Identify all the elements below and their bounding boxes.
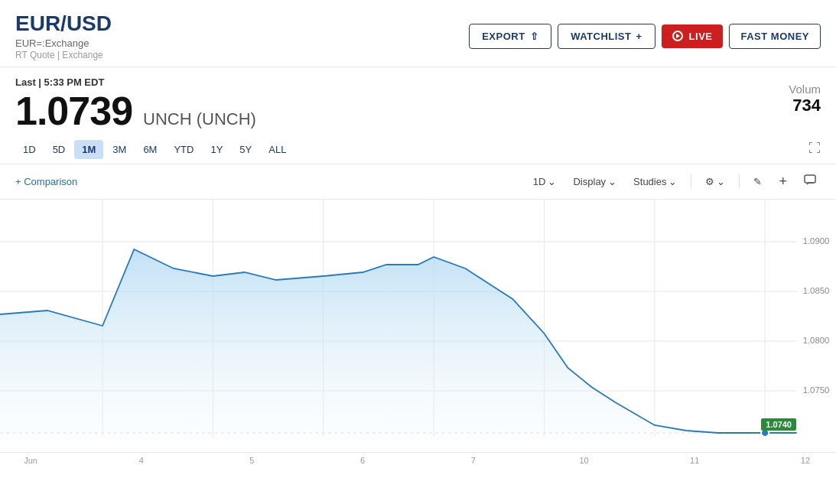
export-button[interactable]: EXPORT ⇧ <box>469 24 551 49</box>
ticker-exchange: EUR=:Exchange <box>15 37 112 49</box>
studies-selector[interactable]: Studies ⌄ <box>629 173 681 190</box>
live-price-value: 1.0740 <box>766 420 792 429</box>
display-label: Display <box>573 176 606 187</box>
toolbar-separator-1 <box>691 174 691 188</box>
price-label: Last | 5:33 PM EDT <box>15 76 256 88</box>
time-btn-ytd[interactable]: YTD <box>166 140 201 159</box>
svg-text:1.0900: 1.0900 <box>803 236 830 245</box>
watchlist-plus-icon: + <box>636 31 642 42</box>
ticker-symbol: EUR/USD <box>15 12 112 36</box>
time-range-bar: 1D 5D 1M 3M 6M YTD 1Y 5Y ALL <box>0 135 836 164</box>
price-left: Last | 5:33 PM EDT 1.0739 UNCH (UNCH) <box>15 76 256 131</box>
time-btn-1y[interactable]: 1Y <box>203 140 230 159</box>
price-number: 1.0739 <box>15 91 132 131</box>
top-bar: EUR/USD EUR=:Exchange RT Quote | Exchang… <box>0 0 836 67</box>
svg-rect-0 <box>805 175 815 183</box>
svg-text:1.0750: 1.0750 <box>803 385 830 395</box>
x-label-7: 7 <box>458 456 489 465</box>
price-change: UNCH (UNCH) <box>143 109 256 129</box>
chart-toolbar: + Comparison 1D ⌄ Display ⌄ Studies ⌄ ⚙ … <box>0 164 836 200</box>
live-label: LIVE <box>689 31 713 42</box>
pencil-button[interactable]: ✎ <box>749 173 766 190</box>
comparison-button[interactable]: + Comparison <box>15 176 77 187</box>
time-btn-all[interactable]: ALL <box>261 140 294 159</box>
time-btn-3m[interactable]: 3M <box>105 140 134 159</box>
fast-money-label: FAST MONEY <box>740 31 809 42</box>
pencil-icon: ✎ <box>753 176 762 187</box>
gear-chevron: ⌄ <box>717 176 725 187</box>
fast-money-button[interactable]: FAST MONEY <box>729 24 821 49</box>
time-btn-1m[interactable]: 1M <box>74 140 103 159</box>
volume-label: Volum <box>789 83 821 96</box>
chart-toolbar-right: 1D ⌄ Display ⌄ Studies ⌄ ⚙ ⌄ ✎ + <box>529 171 821 193</box>
x-label-6: 6 <box>347 456 378 465</box>
comment-button[interactable] <box>799 171 821 192</box>
interval-chevron: ⌄ <box>548 176 556 187</box>
studies-chevron: ⌄ <box>668 176 677 187</box>
time-btn-6m[interactable]: 6M <box>135 140 164 159</box>
watchlist-button[interactable]: WATCHLIST + <box>558 24 655 49</box>
top-buttons: EXPORT ⇧ WATCHLIST + LIVE FAST MONEY <box>469 24 821 49</box>
ticker-quote-type: RT Quote | Exchange <box>15 50 112 60</box>
interval-selector[interactable]: 1D ⌄ <box>529 173 561 190</box>
live-price-tag: 1.0740 <box>761 418 796 431</box>
settings-button[interactable]: ⚙ ⌄ <box>701 173 730 190</box>
ticker-info: EUR/USD EUR=:Exchange RT Quote | Exchang… <box>15 12 112 60</box>
volume-value: 734 <box>789 96 821 115</box>
x-label-10: 10 <box>569 456 600 465</box>
chart-x-axis: Jun 4 5 6 7 10 11 12 <box>0 452 836 468</box>
price-section: Last | 5:33 PM EDT 1.0739 UNCH (UNCH) Vo… <box>0 67 836 135</box>
chart-area: 1.0900 1.0850 1.0800 1.0750 1.0740 <box>0 200 836 452</box>
live-play-icon <box>672 31 683 41</box>
gear-icon: ⚙ <box>705 176 714 187</box>
live-button[interactable]: LIVE <box>662 24 724 48</box>
fullscreen-icon[interactable] <box>808 141 821 157</box>
plus-icon: + <box>779 174 787 190</box>
studies-label: Studies <box>633 176 666 187</box>
time-btn-5y[interactable]: 5Y <box>232 140 259 159</box>
price-value-row: 1.0739 UNCH (UNCH) <box>15 91 256 131</box>
toolbar-separator-2 <box>739 174 740 188</box>
price-right: Volum 734 <box>789 76 821 115</box>
watchlist-label: WATCHLIST <box>571 31 631 42</box>
comment-icon <box>804 174 816 189</box>
export-label: EXPORT <box>482 31 525 42</box>
x-label-12: 12 <box>790 456 821 465</box>
interval-label: 1D <box>533 176 546 187</box>
time-btn-5d[interactable]: 5D <box>45 140 73 159</box>
export-icon: ⇧ <box>530 31 539 42</box>
svg-text:1.0800: 1.0800 <box>803 336 830 345</box>
add-button[interactable]: + <box>774 171 792 193</box>
display-selector[interactable]: Display ⌄ <box>568 173 621 190</box>
chart-svg: 1.0900 1.0850 1.0800 1.0750 <box>0 200 836 452</box>
display-chevron: ⌄ <box>608 176 616 187</box>
x-label-11: 11 <box>679 456 710 465</box>
x-label-jun: Jun <box>15 456 46 465</box>
comparison-label: + Comparison <box>15 176 77 187</box>
x-label-5: 5 <box>236 456 267 465</box>
svg-text:1.0850: 1.0850 <box>803 286 830 295</box>
x-label-4: 4 <box>126 456 157 465</box>
time-btn-1d[interactable]: 1D <box>15 140 44 159</box>
